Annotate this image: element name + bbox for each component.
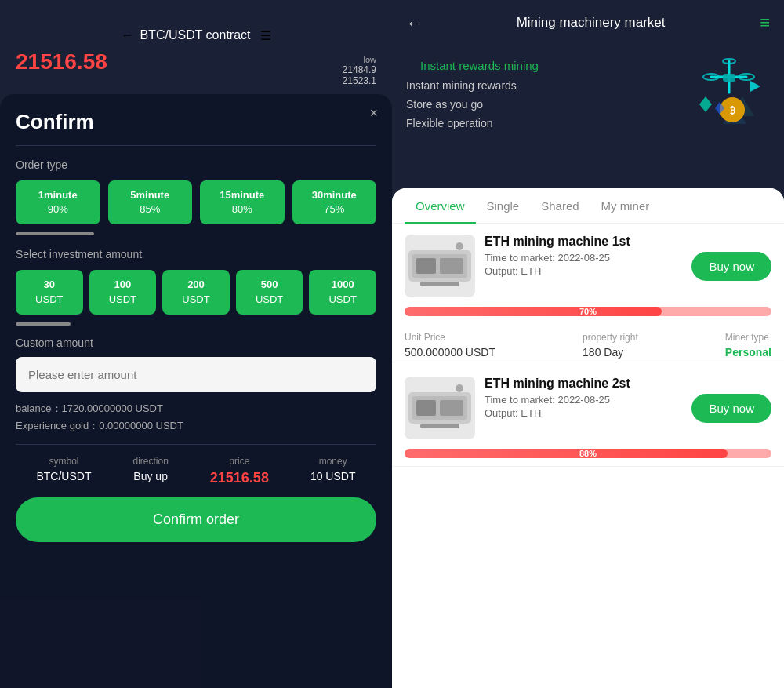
confirm-modal: × Confirm Order type 1minute 90% 5minute… bbox=[0, 94, 392, 688]
mining-illustration: ₿ bbox=[676, 53, 770, 132]
promo-section: Instant rewards mining Instant mining re… bbox=[392, 46, 784, 143]
custom-amount-input[interactable] bbox=[16, 357, 376, 392]
hamburger-menu-icon[interactable]: ≡ bbox=[760, 13, 770, 33]
invest-slider bbox=[16, 322, 71, 326]
miner-info-2: ETH mining machine 2st Time to market: 2… bbox=[485, 377, 682, 420]
low-value: 21484.9 bbox=[343, 64, 376, 75]
investment-label: Select investment amount bbox=[16, 248, 376, 260]
svg-point-23 bbox=[456, 384, 463, 392]
order-btn-30min[interactable]: 30minute 75% bbox=[292, 180, 377, 224]
order-type-grid: 1minute 90% 5minute 85% 15minute 80% 30m… bbox=[16, 180, 376, 224]
miner-output-2: Output: ETH bbox=[485, 407, 682, 419]
btc-price: 21516.58 bbox=[16, 49, 376, 75]
high-value: 21523.1 bbox=[343, 75, 376, 86]
divider bbox=[16, 444, 376, 445]
confirm-order-button[interactable]: Confirm order bbox=[16, 497, 376, 542]
svg-rect-16 bbox=[440, 258, 463, 274]
promo-text: Instant rewards mining Instant mining re… bbox=[406, 56, 553, 129]
tab-shared[interactable]: Shared bbox=[530, 188, 590, 224]
svg-marker-11 bbox=[699, 96, 712, 112]
miner-name-2: ETH mining machine 2st bbox=[485, 377, 682, 391]
svg-rect-22 bbox=[440, 400, 463, 416]
promo-item-0: Instant mining rewards bbox=[406, 79, 553, 92]
header-title: BTC/USDT contract bbox=[140, 28, 250, 42]
progress-fill-1 bbox=[405, 307, 662, 316]
stat-miner-type-1: Miner type Personal bbox=[725, 332, 771, 359]
summary-money: money 10 USDT bbox=[310, 456, 356, 486]
header-nav: ← BTC/USDT contract ☰ bbox=[16, 28, 376, 43]
balance-info: balance：1720.00000000 USDT bbox=[16, 402, 376, 416]
svg-rect-18 bbox=[420, 282, 459, 286]
buy-now-btn-2[interactable]: Buy now bbox=[691, 394, 771, 423]
low-label: low bbox=[363, 55, 376, 64]
miner-card-1: ETH mining machine 1st Time to market: 2… bbox=[392, 224, 784, 362]
svg-rect-15 bbox=[416, 258, 436, 274]
promo-item-1: Store as you go bbox=[406, 98, 553, 111]
stat-property-right-1: property right 180 Day bbox=[583, 332, 638, 359]
svg-rect-21 bbox=[416, 400, 436, 416]
progress-label-2: 88% bbox=[579, 449, 597, 458]
miner-ttm-2: Time to market: 2022-08-25 bbox=[485, 394, 682, 406]
investment-grid: 30 USDT 100 USDT 200 USDT 500 USDT 1000 … bbox=[16, 270, 376, 314]
order-summary: symbol BTC/USDT direction Buy up price 2… bbox=[16, 456, 376, 486]
svg-point-17 bbox=[456, 242, 463, 250]
list-icon[interactable]: ☰ bbox=[260, 28, 271, 43]
trading-header: ← BTC/USDT contract ☰ 21516.58 low 21484… bbox=[0, 0, 392, 102]
svg-text:₿: ₿ bbox=[730, 105, 735, 116]
tab-my-miner[interactable]: My miner bbox=[590, 188, 661, 224]
left-panel: ← BTC/USDT contract ☰ 21516.58 low 21484… bbox=[0, 0, 392, 688]
tab-single[interactable]: Single bbox=[476, 188, 531, 224]
miner-image-2 bbox=[405, 377, 475, 439]
invest-btn-500[interactable]: 500 USDT bbox=[236, 270, 303, 314]
progress-row-2: 88% bbox=[405, 449, 771, 458]
invest-btn-200[interactable]: 200 USDT bbox=[162, 270, 230, 314]
right-header: ← Mining machinery market ≡ bbox=[392, 0, 784, 46]
invest-btn-100[interactable]: 100 USDT bbox=[89, 270, 157, 314]
instant-rewards-title: Instant rewards mining bbox=[420, 59, 539, 72]
svg-marker-10 bbox=[750, 81, 760, 92]
experience-info: Experience gold：0.00000000 USDT bbox=[16, 419, 376, 433]
order-type-slider bbox=[16, 232, 94, 235]
miner-stats-1: Unit Price 500.000000 USDT property righ… bbox=[405, 324, 771, 362]
progress-row-1: 70% bbox=[405, 307, 771, 316]
progress-label-1: 70% bbox=[579, 307, 597, 316]
miner-top-2: ETH mining machine 2st Time to market: 2… bbox=[405, 377, 771, 439]
buy-now-btn-1[interactable]: Buy now bbox=[691, 252, 771, 281]
miner-ttm-1: Time to market: 2022-08-25 bbox=[485, 252, 682, 264]
order-btn-1min[interactable]: 1minute 90% bbox=[16, 180, 100, 224]
tab-overview[interactable]: Overview bbox=[405, 188, 476, 224]
svg-rect-9 bbox=[723, 74, 735, 82]
order-btn-15min[interactable]: 15minute 80% bbox=[200, 180, 285, 224]
low-high: low 21484.9 21523.1 bbox=[343, 55, 376, 86]
miner-image-1 bbox=[405, 235, 475, 297]
right-back-icon[interactable]: ← bbox=[406, 14, 422, 32]
invest-btn-1000[interactable]: 1000 USDT bbox=[309, 270, 376, 314]
miner-card-2: ETH mining machine 2st Time to market: 2… bbox=[392, 366, 784, 467]
custom-amount-label: Custom amount bbox=[16, 337, 376, 349]
stat-unit-price-1: Unit Price 500.000000 USDT bbox=[405, 332, 495, 359]
summary-symbol: symbol BTC/USDT bbox=[36, 456, 91, 486]
order-btn-5min[interactable]: 5minute 85% bbox=[108, 180, 193, 224]
right-panel: ← Mining machinery market ≡ Instant rewa… bbox=[392, 0, 784, 688]
order-type-label: Order type bbox=[16, 158, 376, 171]
market-card: Overview Single Shared My miner bbox=[392, 188, 784, 688]
right-header-title: Mining machinery market bbox=[517, 15, 666, 31]
miner-top-1: ETH mining machine 1st Time to market: 2… bbox=[405, 235, 771, 297]
miner-output-1: Output: ETH bbox=[485, 265, 682, 277]
miner-name-1: ETH mining machine 1st bbox=[485, 235, 682, 249]
instant-rewards-section: Instant rewards mining bbox=[406, 56, 553, 73]
summary-price: price 21516.58 bbox=[210, 456, 269, 486]
summary-direction: direction Buy up bbox=[132, 456, 168, 486]
close-icon[interactable]: × bbox=[369, 105, 378, 122]
progress-fill-2 bbox=[405, 449, 728, 458]
promo-item-2: Flexible operation bbox=[406, 117, 553, 129]
tabs-row: Overview Single Shared My miner bbox=[392, 188, 784, 224]
modal-title: Confirm bbox=[16, 110, 376, 146]
miner-info-1: ETH mining machine 1st Time to market: 2… bbox=[485, 235, 682, 278]
back-icon[interactable]: ← bbox=[121, 28, 133, 42]
invest-btn-30[interactable]: 30 USDT bbox=[16, 270, 83, 314]
svg-rect-24 bbox=[420, 424, 459, 428]
